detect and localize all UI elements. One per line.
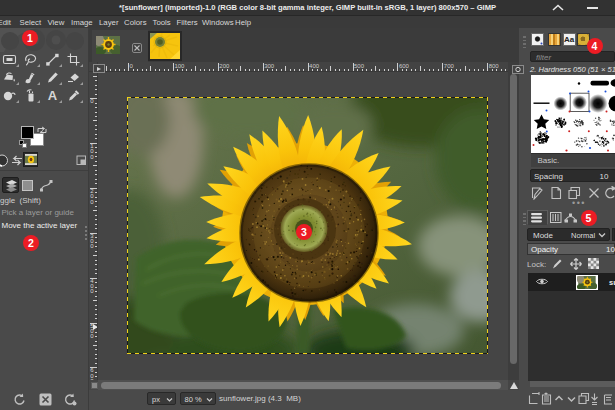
svg-text:A: A [48, 88, 58, 103]
